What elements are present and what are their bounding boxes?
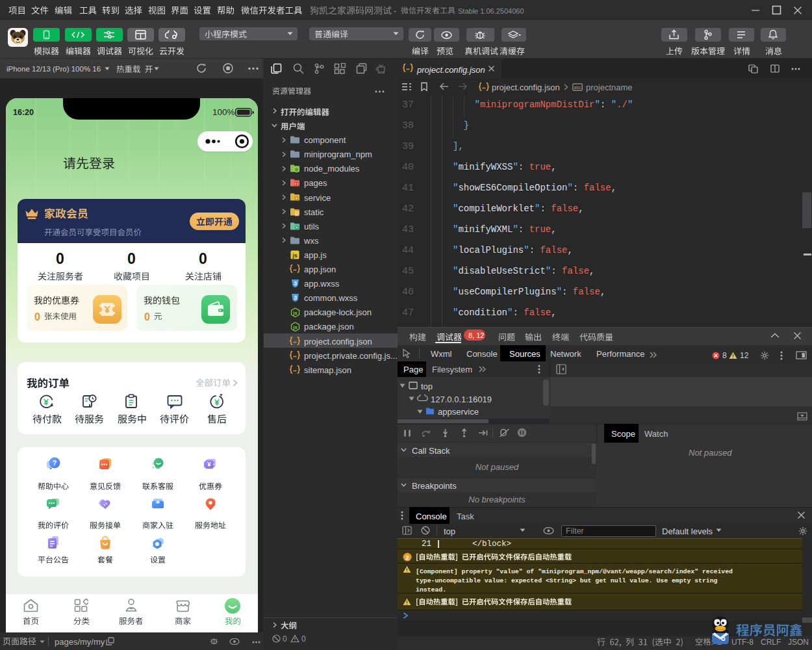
svg-text:js: js	[292, 309, 297, 315]
svg-text:abc: abc	[574, 85, 581, 90]
svg-text:3: 3	[294, 280, 297, 287]
svg-text:?: ?	[52, 459, 56, 467]
svg-text:2: 2	[405, 554, 409, 561]
svg-text:js: js	[292, 324, 297, 330]
svg-text:js: js	[292, 252, 298, 259]
svg-text:3: 3	[294, 294, 297, 301]
